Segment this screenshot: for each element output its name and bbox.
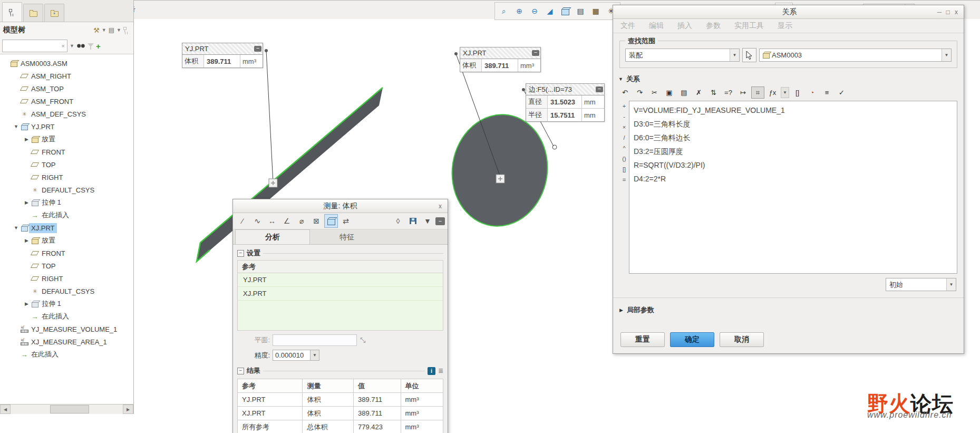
tree-item-label[interactable]: XJ_MEASURE_AREA_1 bbox=[29, 337, 109, 347]
menu-item[interactable]: 编辑 bbox=[649, 21, 664, 31]
display-style-icon[interactable] bbox=[558, 4, 573, 18]
tab-analysis[interactable]: 分析 bbox=[235, 229, 310, 244]
tree-item-label[interactable]: RIGHT bbox=[40, 172, 65, 182]
relations-editor[interactable]: V=VOLUME:FID_YJ_MEASURE_VOLUME_1D3:0=三角料… bbox=[629, 101, 957, 274]
pick-plane-icon[interactable]: ⤡ bbox=[360, 336, 365, 344]
scroll-left-icon[interactable]: ◀ bbox=[0, 405, 11, 414]
settings-dropdown-icon[interactable]: ▼ bbox=[117, 27, 121, 33]
operator-=[interactable]: = bbox=[623, 177, 626, 184]
plane-field[interactable] bbox=[273, 334, 357, 346]
tree-item[interactable]: ✳DEFAULT_CSYS bbox=[0, 285, 133, 297]
tree-item-label[interactable]: YJ_MEASURE_VOLUME_1 bbox=[29, 324, 119, 334]
function-icon[interactable]: ƒx bbox=[766, 86, 779, 99]
operator-/[interactable]: / bbox=[623, 134, 625, 141]
operator-[][interactable]: [] bbox=[623, 166, 626, 173]
tree-item-label[interactable]: ASM_TOP bbox=[29, 84, 66, 94]
tree-item[interactable]: ▶放置 bbox=[0, 234, 133, 247]
tab-folder-browser[interactable] bbox=[23, 4, 43, 22]
verify-icon[interactable]: =? bbox=[722, 86, 735, 99]
tree-item-label[interactable]: RIGHT bbox=[40, 274, 65, 284]
tree-item-label[interactable]: FRONT bbox=[40, 147, 67, 157]
tree-item[interactable]: ✳DEFAULT_CSYS bbox=[0, 184, 133, 196]
chevron-down-icon[interactable]: ▼ bbox=[942, 49, 951, 61]
redo-icon[interactable]: ↷ bbox=[633, 86, 646, 99]
measure-angle-icon[interactable]: ∠ bbox=[280, 214, 294, 228]
model-dropdown[interactable]: ASM0003 ▼ bbox=[759, 49, 952, 62]
tree-item[interactable]: ✳ASM_DEF_CSYS bbox=[0, 108, 133, 120]
menu-item[interactable]: 文件 bbox=[620, 21, 635, 31]
tree-item[interactable]: RIGHT bbox=[0, 171, 133, 184]
operator-()[interactable]: () bbox=[622, 156, 626, 162]
reference-list[interactable]: YJ.PRTXJ.PRT bbox=[237, 273, 443, 331]
menu-item[interactable]: 插入 bbox=[677, 21, 692, 31]
tree-item-label[interactable]: 在此插入 bbox=[40, 209, 71, 221]
tree-columns-icon[interactable] bbox=[123, 27, 130, 34]
minimize-icon[interactable]: ─ bbox=[935, 8, 944, 16]
check-relations-icon[interactable]: ✓ bbox=[835, 86, 848, 99]
tree-item[interactable]: YJ_MEASURE_VOLUME_1 bbox=[0, 323, 133, 335]
tab-model-tree[interactable] bbox=[2, 2, 22, 22]
filter-funnel-icon[interactable] bbox=[88, 43, 94, 47]
delete-icon[interactable]: ✗ bbox=[692, 86, 705, 99]
tree-item-label[interactable]: FRONT bbox=[40, 248, 67, 258]
menu-item[interactable]: 参数 bbox=[706, 21, 721, 31]
tree-item-label[interactable]: 放置 bbox=[40, 133, 57, 145]
tree-item[interactable]: →在此插入 bbox=[0, 348, 133, 361]
local-params-header[interactable]: ▶ 局部参数 bbox=[619, 305, 964, 315]
scrollbar-track[interactable] bbox=[11, 405, 123, 414]
tree-item-label[interactable]: XJ.PRT bbox=[29, 223, 57, 233]
tree-item-label[interactable]: DEFAULT_CSYS bbox=[40, 286, 96, 296]
cut-icon[interactable]: ✂ bbox=[648, 86, 661, 99]
scrollbar-thumb[interactable] bbox=[50, 405, 89, 413]
tree-item[interactable]: FRONT bbox=[0, 146, 133, 158]
dimension-display-icon[interactable]: ⇅ bbox=[707, 86, 720, 99]
relations-section-header[interactable]: ▼ 关系 bbox=[618, 74, 964, 84]
drag-marker-xj[interactable] bbox=[496, 175, 504, 183]
scroll-right-icon[interactable]: ▶ bbox=[123, 405, 133, 414]
tree-item-label[interactable]: ASM_FRONT bbox=[29, 97, 75, 107]
precision-input[interactable] bbox=[273, 350, 310, 361]
reference-item[interactable]: XJ.PRT bbox=[238, 287, 443, 301]
tree-item[interactable]: ASM_TOP bbox=[0, 82, 133, 95]
collapse-button[interactable]: − bbox=[596, 86, 603, 92]
tree-item[interactable]: →在此插入 bbox=[0, 310, 133, 323]
measure-distance-icon[interactable]: ↔ bbox=[265, 214, 279, 228]
expand-open-icon[interactable]: ▼ bbox=[13, 124, 20, 129]
report-icon[interactable]: ≣ bbox=[438, 367, 443, 374]
search-dropdown-icon[interactable]: ▼ bbox=[70, 43, 74, 49]
evaluate-icon[interactable]: ◔ bbox=[806, 86, 819, 99]
tree-item-label[interactable]: TOP bbox=[40, 160, 58, 170]
annotation-header[interactable]: XJ.PRT − bbox=[460, 47, 540, 59]
scope-dropdown[interactable]: 装配 ▼ bbox=[625, 49, 740, 62]
measure-dialog-titlebar[interactable]: 测量: 体积 x bbox=[233, 199, 448, 213]
annotation-xj[interactable]: XJ.PRT − 体积 389.711 mm³ bbox=[460, 47, 541, 72]
chevron-down-icon[interactable]: ▼ bbox=[946, 278, 956, 291]
annotation-header[interactable]: YJ.PRT − bbox=[182, 43, 263, 55]
tree-search-input[interactable] bbox=[3, 41, 60, 51]
operator--[interactable]: - bbox=[623, 113, 625, 120]
expand-closed-icon[interactable]: ▶ bbox=[23, 200, 30, 205]
save-dropdown[interactable]: ▼ bbox=[421, 214, 434, 228]
tree-item[interactable]: ASM_FRONT bbox=[0, 95, 133, 108]
tree-horizontal-scrollbar[interactable]: ◀ ▶ bbox=[0, 404, 133, 414]
chevron-down-icon[interactable]: ▼ bbox=[730, 49, 739, 61]
tree-item[interactable]: ASM_RIGHT bbox=[0, 70, 133, 82]
save-icon[interactable] bbox=[406, 214, 420, 228]
saved-views-icon[interactable]: ▤ bbox=[573, 4, 588, 18]
expand-closed-icon[interactable]: ▶ bbox=[23, 137, 30, 142]
annotation-header[interactable]: 边:F5(...ID=73 − bbox=[526, 84, 604, 95]
unit-conversion-icon[interactable]: ↦ bbox=[736, 86, 750, 99]
collapse-button[interactable]: − bbox=[532, 50, 539, 56]
function-dropdown[interactable]: ▼ bbox=[781, 87, 789, 98]
close-icon[interactable]: x bbox=[952, 8, 960, 16]
tree-item[interactable]: TOP bbox=[0, 158, 133, 171]
zoom-window-icon[interactable]: ⌕ bbox=[497, 4, 511, 18]
ok-button[interactable]: 确定 bbox=[670, 332, 714, 347]
tab-favorites[interactable]: ✶ bbox=[44, 4, 64, 22]
copy-icon[interactable]: ▣ bbox=[663, 86, 676, 99]
operator-×[interactable]: × bbox=[623, 124, 626, 131]
reset-button[interactable]: 重置 bbox=[620, 332, 665, 347]
tools-dropdown-icon[interactable]: ▼ bbox=[102, 27, 106, 33]
collapse-section-icon[interactable]: − bbox=[237, 368, 244, 374]
info-icon[interactable]: i bbox=[428, 367, 435, 375]
